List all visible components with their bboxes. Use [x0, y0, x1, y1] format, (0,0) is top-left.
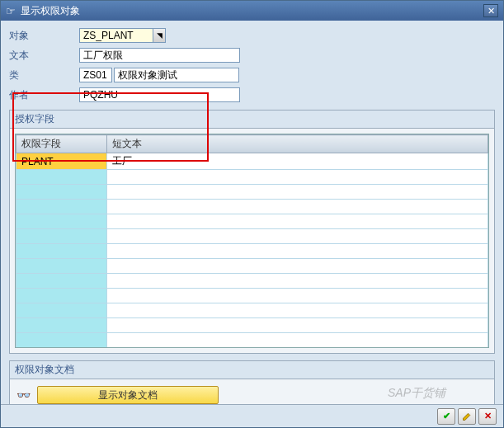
text-input[interactable]: [79, 48, 240, 63]
table-row[interactable]: [16, 229, 488, 244]
table-row[interactable]: [16, 303, 488, 318]
auth-fields-group: 授权字段 权限字段 短文本 PLANT工厂: [9, 110, 495, 354]
table-row[interactable]: [16, 185, 488, 200]
table-row[interactable]: [16, 214, 488, 229]
object-input[interactable]: [79, 28, 153, 43]
dialog-window: ☞ 显示权限对象 ✕ 对象 ◥ 文本 类 作者 授权字段: [0, 0, 504, 428]
object-label: 对象: [9, 29, 79, 43]
auth-fields-table: 权限字段 短文本 PLANT工厂: [16, 134, 488, 348]
edit-button[interactable]: [458, 408, 476, 425]
col-text-header[interactable]: 短文本: [107, 135, 488, 153]
text-label: 文本: [9, 49, 79, 63]
auth-fields-title: 授权字段: [10, 111, 494, 129]
content-area: 对象 ◥ 文本 类 作者 授权字段 权限字段: [1, 21, 503, 418]
titlebar: ☞ 显示权限对象 ✕: [1, 1, 503, 21]
author-label: 作者: [9, 88, 79, 102]
class-label: 类: [9, 68, 79, 82]
class-desc-input[interactable]: [114, 68, 239, 82]
doc-group-title: 权限对象文档: [10, 361, 494, 379]
class-code-input[interactable]: [79, 68, 112, 82]
cell-field[interactable]: PLANT: [16, 153, 107, 170]
cancel-button[interactable]: ✕: [478, 408, 497, 425]
table-row[interactable]: [16, 274, 488, 289]
table-row[interactable]: [16, 200, 488, 214]
window-title: 显示权限对象: [21, 4, 483, 18]
table-row[interactable]: [16, 318, 488, 333]
ok-button[interactable]: ✔: [437, 408, 455, 425]
auth-fields-table-wrap: 权限字段 短文本 PLANT工厂: [15, 134, 489, 348]
cell-text[interactable]: 工厂: [107, 153, 488, 170]
table-row[interactable]: [16, 170, 488, 185]
col-field-header[interactable]: 权限字段: [16, 135, 107, 153]
object-f4-button[interactable]: ◥: [153, 28, 166, 43]
author-input[interactable]: [79, 87, 240, 102]
footer-toolbar: ✔ ✕: [1, 404, 503, 427]
table-row[interactable]: [16, 333, 488, 348]
table-row[interactable]: [16, 289, 488, 303]
table-row[interactable]: [16, 259, 488, 274]
glasses-icon: 👓: [16, 388, 31, 402]
close-button[interactable]: ✕: [483, 4, 498, 17]
window-icon: ☞: [6, 5, 16, 17]
table-row[interactable]: PLANT工厂: [16, 153, 488, 170]
table-row[interactable]: [16, 244, 488, 259]
show-doc-button[interactable]: 显示对象文档: [37, 386, 219, 404]
